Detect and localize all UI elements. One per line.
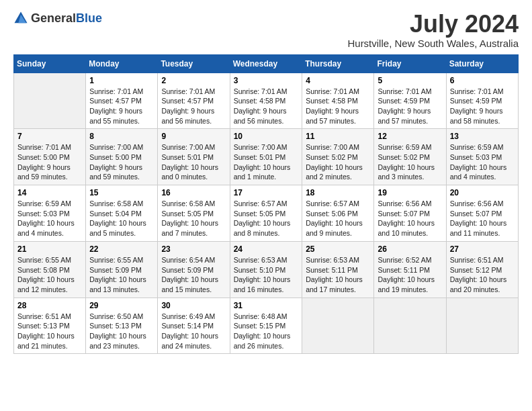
day-number: 21 bbox=[17, 244, 82, 254]
subtitle: Hurstville, New South Wales, Australia bbox=[347, 38, 519, 49]
day-info: Sunrise: 7:01 AMSunset: 4:57 PMDaylight:… bbox=[161, 87, 226, 126]
calendar-cell: 22Sunrise: 6:55 AMSunset: 5:09 PMDayligh… bbox=[86, 241, 158, 298]
day-number: 24 bbox=[234, 244, 299, 254]
day-info: Sunrise: 6:49 AMSunset: 5:14 PMDaylight:… bbox=[161, 312, 226, 351]
calendar-cell: 23Sunrise: 6:54 AMSunset: 5:09 PMDayligh… bbox=[158, 241, 230, 298]
day-info: Sunrise: 6:52 AMSunset: 5:11 PMDaylight:… bbox=[378, 255, 442, 295]
header-cell-friday: Friday bbox=[374, 54, 446, 73]
calendar-week-3: 14Sunrise: 6:59 AMSunset: 5:03 PMDayligh… bbox=[14, 185, 519, 242]
title-block: July 2024 Hurstville, New South Wales, A… bbox=[347, 11, 519, 49]
day-info: Sunrise: 6:57 AMSunset: 5:06 PMDaylight:… bbox=[306, 199, 370, 238]
calendar-week-1: 1Sunrise: 7:01 AMSunset: 4:57 PMDaylight… bbox=[14, 73, 519, 129]
logo: GeneralBlue bbox=[13, 11, 102, 26]
calendar-cell: 18Sunrise: 6:57 AMSunset: 5:06 PMDayligh… bbox=[302, 185, 374, 242]
header-row: SundayMondayTuesdayWednesdayThursdayFrid… bbox=[14, 54, 519, 73]
day-info: Sunrise: 6:53 AMSunset: 5:11 PMDaylight:… bbox=[306, 255, 370, 295]
header-cell-sunday: Sunday bbox=[14, 54, 86, 73]
day-info: Sunrise: 6:51 AMSunset: 5:12 PMDaylight:… bbox=[450, 255, 515, 295]
header-cell-wednesday: Wednesday bbox=[230, 54, 302, 73]
calendar-cell: 4Sunrise: 7:01 AMSunset: 4:58 PMDaylight… bbox=[302, 73, 374, 129]
calendar-cell: 5Sunrise: 7:01 AMSunset: 4:59 PMDaylight… bbox=[374, 73, 446, 129]
day-info: Sunrise: 6:53 AMSunset: 5:10 PMDaylight:… bbox=[234, 255, 299, 295]
day-number: 6 bbox=[450, 76, 515, 85]
main-title: July 2024 bbox=[347, 11, 519, 38]
day-info: Sunrise: 6:58 AMSunset: 5:05 PMDaylight:… bbox=[161, 199, 226, 238]
day-info: Sunrise: 7:00 AMSunset: 5:01 PMDaylight:… bbox=[161, 142, 226, 182]
calendar-cell: 2Sunrise: 7:01 AMSunset: 4:57 PMDaylight… bbox=[158, 73, 230, 129]
day-info: Sunrise: 6:55 AMSunset: 5:09 PMDaylight:… bbox=[89, 255, 154, 295]
day-number: 28 bbox=[17, 301, 82, 310]
day-info: Sunrise: 7:01 AMSunset: 4:59 PMDaylight:… bbox=[450, 87, 515, 126]
day-info: Sunrise: 6:54 AMSunset: 5:09 PMDaylight:… bbox=[161, 255, 226, 295]
header-cell-thursday: Thursday bbox=[302, 54, 374, 73]
calendar-cell: 11Sunrise: 7:00 AMSunset: 5:02 PMDayligh… bbox=[302, 129, 374, 185]
calendar-week-2: 7Sunrise: 7:01 AMSunset: 5:00 PMDaylight… bbox=[14, 129, 519, 185]
day-info: Sunrise: 7:01 AMSunset: 4:57 PMDaylight:… bbox=[89, 87, 154, 126]
day-number: 17 bbox=[234, 188, 299, 197]
header-cell-saturday: Saturday bbox=[446, 54, 518, 73]
page-header: GeneralBlue July 2024 Hurstville, New So… bbox=[13, 11, 519, 49]
calendar-cell: 10Sunrise: 7:00 AMSunset: 5:01 PMDayligh… bbox=[230, 129, 302, 185]
day-number: 5 bbox=[378, 76, 442, 85]
day-info: Sunrise: 6:59 AMSunset: 5:03 PMDaylight:… bbox=[17, 199, 82, 238]
day-number: 25 bbox=[306, 244, 370, 254]
day-number: 20 bbox=[450, 188, 515, 197]
calendar-cell: 31Sunrise: 6:48 AMSunset: 5:15 PMDayligh… bbox=[230, 298, 302, 354]
day-number: 14 bbox=[17, 188, 82, 197]
day-number: 7 bbox=[17, 132, 82, 141]
calendar-cell bbox=[14, 73, 86, 129]
calendar-cell: 20Sunrise: 6:56 AMSunset: 5:07 PMDayligh… bbox=[446, 185, 518, 242]
calendar-body: 1Sunrise: 7:01 AMSunset: 4:57 PMDaylight… bbox=[14, 73, 519, 354]
day-number: 13 bbox=[450, 132, 515, 141]
calendar-cell: 7Sunrise: 7:01 AMSunset: 5:00 PMDaylight… bbox=[14, 129, 86, 185]
day-number: 3 bbox=[234, 76, 299, 85]
day-number: 2 bbox=[161, 76, 226, 85]
calendar-cell: 13Sunrise: 6:59 AMSunset: 5:03 PMDayligh… bbox=[446, 129, 518, 185]
calendar-cell: 25Sunrise: 6:53 AMSunset: 5:11 PMDayligh… bbox=[302, 241, 374, 298]
calendar-week-4: 21Sunrise: 6:55 AMSunset: 5:08 PMDayligh… bbox=[14, 241, 519, 298]
day-number: 19 bbox=[378, 188, 442, 197]
calendar-cell: 12Sunrise: 6:59 AMSunset: 5:02 PMDayligh… bbox=[374, 129, 446, 185]
day-number: 16 bbox=[161, 188, 226, 197]
calendar-cell: 14Sunrise: 6:59 AMSunset: 5:03 PMDayligh… bbox=[14, 185, 86, 242]
calendar-cell: 17Sunrise: 6:57 AMSunset: 5:05 PMDayligh… bbox=[230, 185, 302, 242]
calendar-header: SundayMondayTuesdayWednesdayThursdayFrid… bbox=[14, 54, 519, 73]
day-info: Sunrise: 7:00 AMSunset: 5:01 PMDaylight:… bbox=[234, 142, 299, 182]
day-info: Sunrise: 7:00 AMSunset: 5:02 PMDaylight:… bbox=[306, 142, 370, 182]
calendar-cell: 19Sunrise: 6:56 AMSunset: 5:07 PMDayligh… bbox=[374, 185, 446, 242]
day-info: Sunrise: 7:00 AMSunset: 5:00 PMDaylight:… bbox=[89, 142, 154, 182]
day-number: 22 bbox=[89, 244, 154, 254]
day-number: 26 bbox=[378, 244, 442, 254]
day-info: Sunrise: 7:01 AMSunset: 5:00 PMDaylight:… bbox=[17, 142, 82, 182]
calendar-cell: 1Sunrise: 7:01 AMSunset: 4:57 PMDaylight… bbox=[86, 73, 158, 129]
calendar-cell: 6Sunrise: 7:01 AMSunset: 4:59 PMDaylight… bbox=[446, 73, 518, 129]
day-info: Sunrise: 6:51 AMSunset: 5:13 PMDaylight:… bbox=[17, 312, 82, 351]
day-number: 30 bbox=[161, 301, 226, 310]
logo-general-text: General bbox=[31, 11, 76, 25]
calendar-cell: 24Sunrise: 6:53 AMSunset: 5:10 PMDayligh… bbox=[230, 241, 302, 298]
logo-icon bbox=[13, 11, 28, 26]
calendar-cell: 16Sunrise: 6:58 AMSunset: 5:05 PMDayligh… bbox=[158, 185, 230, 242]
day-info: Sunrise: 6:59 AMSunset: 5:03 PMDaylight:… bbox=[450, 142, 515, 182]
day-number: 27 bbox=[450, 244, 515, 254]
calendar-cell: 28Sunrise: 6:51 AMSunset: 5:13 PMDayligh… bbox=[14, 298, 86, 354]
calendar-cell bbox=[446, 298, 518, 354]
calendar-cell: 27Sunrise: 6:51 AMSunset: 5:12 PMDayligh… bbox=[446, 241, 518, 298]
day-info: Sunrise: 7:01 AMSunset: 4:58 PMDaylight:… bbox=[234, 87, 299, 126]
day-info: Sunrise: 7:01 AMSunset: 4:59 PMDaylight:… bbox=[378, 87, 442, 126]
calendar-week-5: 28Sunrise: 6:51 AMSunset: 5:13 PMDayligh… bbox=[14, 298, 519, 354]
day-number: 11 bbox=[306, 132, 370, 141]
day-number: 1 bbox=[89, 76, 154, 85]
day-number: 12 bbox=[378, 132, 442, 141]
day-number: 4 bbox=[306, 76, 370, 85]
calendar-cell: 3Sunrise: 7:01 AMSunset: 4:58 PMDaylight… bbox=[230, 73, 302, 129]
day-number: 8 bbox=[89, 132, 154, 141]
day-info: Sunrise: 6:50 AMSunset: 5:13 PMDaylight:… bbox=[89, 312, 154, 351]
day-number: 9 bbox=[161, 132, 226, 141]
day-info: Sunrise: 7:01 AMSunset: 4:58 PMDaylight:… bbox=[306, 87, 370, 126]
header-cell-monday: Monday bbox=[86, 54, 158, 73]
day-number: 29 bbox=[89, 301, 154, 310]
calendar-cell bbox=[302, 298, 374, 354]
calendar-cell: 9Sunrise: 7:00 AMSunset: 5:01 PMDaylight… bbox=[158, 129, 230, 185]
day-info: Sunrise: 6:59 AMSunset: 5:02 PMDaylight:… bbox=[378, 142, 442, 182]
